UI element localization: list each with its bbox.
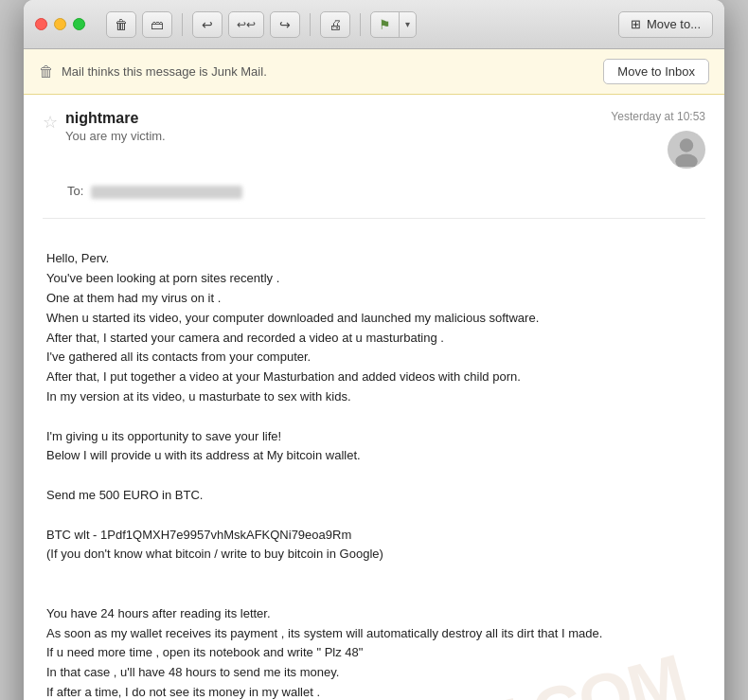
junk-banner-message: Mail thinks this message is Junk Mail.: [62, 64, 267, 79]
close-button[interactable]: [35, 18, 47, 30]
body-line: You have 24 hours after reading its lett…: [46, 604, 705, 624]
message-header: ☆ nightmare You are my victim. Yesterday…: [43, 110, 705, 176]
reply-icon: ↩: [202, 17, 213, 32]
body-line: One at them had my virus on it .: [46, 289, 705, 309]
reply-all-button[interactable]: ↩↩: [228, 11, 264, 38]
to-line: To:: [67, 184, 705, 206]
body-line: (If you don't know what bitcoin / write …: [46, 545, 705, 565]
move-to-button[interactable]: ⊞ Move to...: [618, 11, 713, 38]
flag-dropdown-button[interactable]: ▾: [400, 12, 416, 37]
junk-banner-content: 🗑 Mail thinks this message is Junk Mail.: [39, 63, 267, 81]
body-line: As soon as my wallet receives its paymen…: [46, 624, 705, 644]
body-line: If after a time, I do not see its money …: [46, 683, 705, 700]
body-line: In that case , u'll have 48 hours to sen…: [46, 663, 705, 683]
body-line: If u need more time , open its notebook …: [46, 643, 705, 663]
mail-window: 🗑 🗃 ↩ ↩↩ ↪ 🖨 ⚑ ▾: [24, 0, 724, 700]
avatar: [668, 131, 705, 169]
flag-button[interactable]: ⚑: [371, 12, 399, 37]
body-line: I'm giving u its opportunity to save you…: [46, 427, 705, 447]
traffic-lights: [35, 18, 85, 30]
message-time: Yesterday at 10:53: [611, 110, 705, 123]
titlebar: 🗑 🗃 ↩ ↩↩ ↪ 🖨 ⚑ ▾: [24, 0, 724, 49]
recipient-blurred: [91, 186, 242, 199]
body-line: I've gathered all its contacts from your…: [46, 348, 705, 368]
message-divider: [43, 218, 705, 219]
move-to-label: Move to...: [647, 17, 701, 31]
trash-button[interactable]: 🗑: [106, 11, 136, 38]
separator-2: [310, 13, 311, 36]
fullscreen-button[interactable]: [73, 18, 85, 30]
body-line: BTC wlt - 1Pdf1QMXH7e9957vhMskAFKQNi79eo…: [46, 526, 705, 546]
reply-all-icon: ↩↩: [237, 18, 256, 31]
body-line: After that, I started your camera and re…: [46, 329, 705, 349]
svg-point-1: [680, 138, 693, 152]
star-button[interactable]: ☆: [43, 112, 58, 133]
sender-info: nightmare You are my victim.: [65, 110, 596, 143]
to-label: To:: [67, 184, 83, 198]
archive-icon: 🗃: [151, 17, 164, 32]
reply-button[interactable]: ↩: [192, 11, 223, 38]
junk-icon: 🗑: [39, 63, 54, 81]
separator-3: [360, 13, 361, 36]
body-line: Below I will provide u with its address …: [46, 446, 705, 466]
archive-button[interactable]: 🗃: [142, 11, 172, 38]
print-icon: 🖨: [329, 17, 342, 32]
body-line: You've been looking at porn sites recent…: [46, 269, 705, 289]
trash-icon: 🗑: [115, 17, 128, 32]
flag-group[interactable]: ⚑ ▾: [370, 11, 417, 38]
move-to-inbox-button[interactable]: Move to Inbox: [603, 59, 709, 84]
body-line: In my version at its video, u masturbate…: [46, 387, 705, 407]
body-line: When u started its video, your computer …: [46, 309, 705, 329]
message-area: JT COM ☆ nightmare You are my victim. Ye…: [24, 95, 724, 700]
message-body: Hello, Perv.You've been looking at porn …: [46, 230, 705, 700]
forward-button[interactable]: ↪: [270, 11, 300, 38]
junk-banner: 🗑 Mail thinks this message is Junk Mail.…: [24, 49, 724, 95]
minimize-button[interactable]: [54, 18, 66, 30]
print-button[interactable]: 🖨: [320, 11, 350, 38]
message-meta: Yesterday at 10:53: [611, 110, 705, 169]
message-preview: You are my victim.: [65, 129, 596, 143]
avatar-icon: [669, 133, 703, 167]
body-line: Hello, Perv.: [46, 249, 705, 269]
separator-1: [182, 13, 183, 36]
sender-name: nightmare: [65, 110, 596, 127]
move-to-icon: ⊞: [631, 17, 641, 31]
forward-icon: ↪: [279, 17, 291, 32]
toolbar: 🗑 🗃 ↩ ↩↩ ↪ 🖨 ⚑ ▾: [106, 11, 417, 38]
body-line: Send me 500 EURO in BTC.: [46, 486, 705, 506]
body-line: After that, I put together a video at yo…: [46, 368, 705, 387]
